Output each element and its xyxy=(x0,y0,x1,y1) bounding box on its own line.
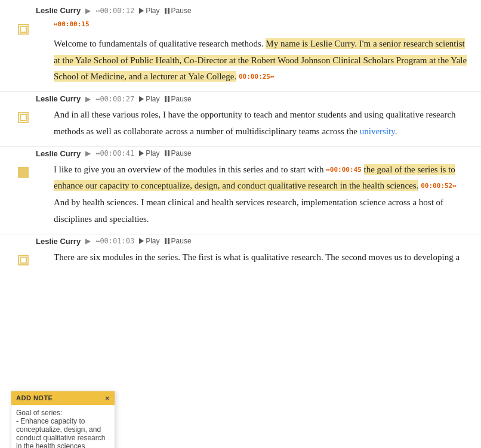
pause-bar-a2 xyxy=(165,96,166,102)
svg-rect-1 xyxy=(20,115,26,121)
transcript-container: Leslie Curry ▶ ↔00:00:12 Play Pause xyxy=(0,0,481,277)
divider-1 xyxy=(0,91,481,92)
pause-bar-b3 xyxy=(168,150,169,156)
timestamp-2: ↔00:00:27 xyxy=(95,95,134,103)
inline-timestamp-3a: ↔00:00:45 xyxy=(326,166,362,174)
play-icon-3 xyxy=(139,150,144,156)
segment-text-1: ↔00:00:15 Welcome to fundamentals of qua… xyxy=(54,18,469,85)
speaker-arrow-2: ▶ xyxy=(85,95,91,103)
pause-bar-b1 xyxy=(168,8,169,14)
university-link[interactable]: university xyxy=(360,126,395,136)
play-icon-2 xyxy=(139,96,144,102)
note-icon-4[interactable] xyxy=(18,255,29,265)
note-icon-1[interactable] xyxy=(18,24,29,35)
pause-icon-3 xyxy=(165,150,169,156)
timestamp-1: ↔00:00:12 xyxy=(95,7,134,15)
pause-label-4: Pause xyxy=(171,237,192,245)
pause-label-1: Pause xyxy=(171,7,192,15)
speaker-name-1: Leslie Curry xyxy=(36,6,81,15)
pause-button-1[interactable]: Pause xyxy=(165,7,192,15)
pause-label-3: Pause xyxy=(171,149,192,157)
segment-text-4: There are six modules in the series. The… xyxy=(54,249,469,266)
pause-icon-4 xyxy=(165,238,169,244)
play-label-1: Play xyxy=(146,7,159,15)
timestamp-4: ↔00:01:03 xyxy=(95,237,134,245)
transcript-segment-1: Leslie Curry ▶ ↔00:00:12 Play Pause xyxy=(0,6,481,85)
timestamp-3: ↔00:00:41 xyxy=(95,149,134,157)
play-button-1[interactable]: Play xyxy=(139,7,159,15)
segment-text-3: I like to give you an overview of the mo… xyxy=(54,162,469,228)
add-note-title: ADD NOTE xyxy=(16,394,53,401)
segment-header-1: Leslie Curry ▶ ↔00:00:12 Play Pause xyxy=(36,6,469,15)
pause-icon-2 xyxy=(165,96,169,102)
segment-header-2: Leslie Curry ▶ ↔00:00:27 Play Pause xyxy=(36,94,469,103)
divider-2 xyxy=(0,146,481,147)
svg-rect-2 xyxy=(20,169,26,175)
highlighted-text-3: the goal of the series is to enhance our… xyxy=(54,164,455,191)
speaker-name-4: Leslie Curry xyxy=(36,237,81,246)
play-button-3[interactable]: Play xyxy=(139,149,159,157)
segment-header-4: Leslie Curry ▶ ↔00:01:03 Play Pause xyxy=(36,237,469,246)
pause-button-2[interactable]: Pause xyxy=(165,95,192,103)
pause-button-3[interactable]: Pause xyxy=(165,149,192,157)
pause-bar-a1 xyxy=(165,8,166,14)
speaker-name-3: Leslie Curry xyxy=(36,149,81,158)
pause-icon-1 xyxy=(165,8,169,14)
play-icon-1 xyxy=(139,8,144,14)
play-label-4: Play xyxy=(146,237,159,245)
pause-bar-a4 xyxy=(165,238,166,244)
inline-timestamp-3b: 00:00:52↔ xyxy=(421,183,457,190)
note-icon-container-2 xyxy=(18,112,29,123)
note-icon-container-1 xyxy=(18,24,29,35)
segment-text-2: And in all these various roles, I have t… xyxy=(54,107,469,140)
speaker-arrow-4: ▶ xyxy=(85,237,91,245)
pause-bar-a3 xyxy=(165,150,166,156)
note-svg-4 xyxy=(20,257,27,264)
play-icon-4 xyxy=(139,238,144,244)
note-svg-3 xyxy=(20,169,27,176)
pause-label-2: Pause xyxy=(171,95,192,103)
transcript-segment-4: Leslie Curry ▶ ↔00:01:03 Play Pause xyxy=(0,237,481,266)
add-note-header: ADD NOTE × xyxy=(11,391,115,405)
pause-bar-b4 xyxy=(168,238,169,244)
divider-3 xyxy=(0,234,481,234)
pause-bar-b2 xyxy=(168,96,169,102)
inline-timestamp-top-1: ↔00:00:15 xyxy=(54,20,90,28)
note-icon-filled-3[interactable] xyxy=(18,167,29,178)
note-svg-2 xyxy=(20,114,27,121)
speaker-arrow-1: ▶ xyxy=(85,7,91,15)
play-label-2: Play xyxy=(146,95,159,103)
add-note-close-button[interactable]: × xyxy=(105,394,110,402)
note-icon-2[interactable] xyxy=(18,112,29,123)
speaker-arrow-3: ▶ xyxy=(85,149,91,157)
inline-timestamp-end-1: 00:00:25↔ xyxy=(239,73,275,81)
svg-rect-0 xyxy=(20,26,26,32)
note-svg-1 xyxy=(20,26,27,33)
play-button-4[interactable]: Play xyxy=(139,237,159,245)
note-icon-container-4 xyxy=(18,255,29,265)
transcript-segment-2: Leslie Curry ▶ ↔00:00:27 Play Pause xyxy=(0,94,481,140)
add-note-textarea[interactable]: Goal of series: - Enhance capacity to co… xyxy=(11,405,115,449)
play-label-3: Play xyxy=(146,149,159,157)
segment-header-3: Leslie Curry ▶ ↔00:00:41 Play Pause xyxy=(36,149,469,158)
play-button-2[interactable]: Play xyxy=(139,95,159,103)
svg-rect-3 xyxy=(20,257,26,263)
add-note-popup: ADD NOTE × Goal of series: - Enhance cap… xyxy=(11,391,115,449)
note-icon-container-3 xyxy=(18,167,29,178)
speaker-name-2: Leslie Curry xyxy=(36,94,81,103)
transcript-segment-3: Leslie Curry ▶ ↔00:00:41 Play Pause xyxy=(0,149,481,228)
pause-button-4[interactable]: Pause xyxy=(165,237,192,245)
